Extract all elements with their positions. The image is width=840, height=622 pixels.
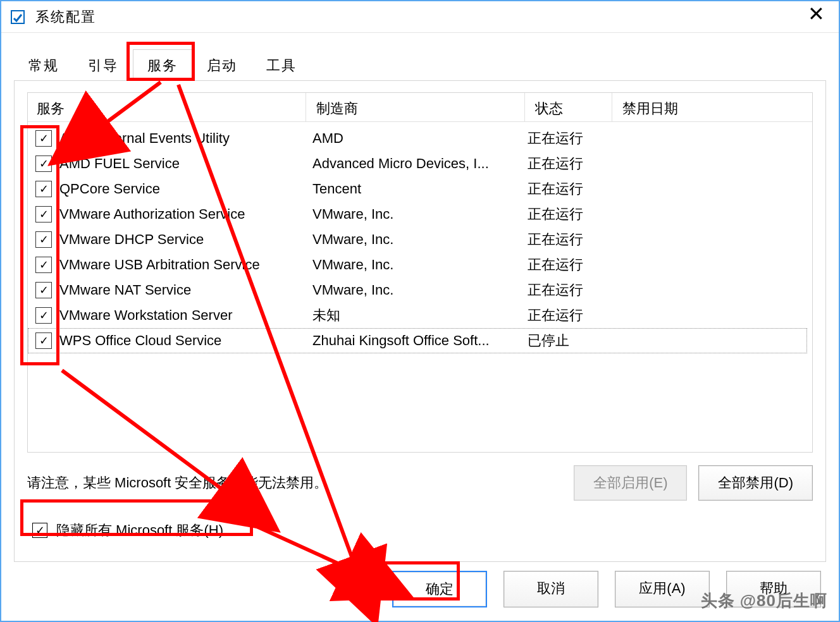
service-name: VMware USB Arbitration Service [59, 257, 312, 273]
col-disabled-date[interactable]: 禁用日期 [612, 93, 812, 122]
svg-rect-0 [11, 11, 24, 23]
tab-1[interactable]: 引导 [73, 49, 133, 80]
hide-microsoft-label: 隐藏所有 Microsoft 服务(H) [56, 521, 223, 540]
note-text: 请注意，某些 Microsoft 安全服务可能无法禁用。 [27, 473, 328, 492]
service-status: 正在运行 [528, 255, 615, 274]
service-checkbox[interactable]: ✓ [35, 282, 52, 298]
service-row[interactable]: ✓VMware DHCP ServiceVMware, Inc.正在运行 [28, 227, 807, 252]
tab-3[interactable]: 启动 [192, 49, 252, 80]
service-checkbox[interactable]: ✓ [35, 206, 52, 223]
service-checkbox[interactable]: ✓ [35, 231, 52, 248]
service-status: 正在运行 [528, 281, 615, 300]
service-checkbox[interactable]: ✓ [35, 257, 52, 273]
service-checkbox[interactable]: ✓ [35, 332, 52, 349]
service-name: VMware Authorization Service [59, 206, 312, 223]
col-status[interactable]: 状态 [525, 93, 612, 122]
service-row[interactable]: ✓AMD FUEL ServiceAdvanced Micro Devices,… [28, 151, 807, 176]
service-row[interactable]: ✓VMware Workstation Server未知正在运行 [28, 303, 807, 328]
service-checkbox[interactable]: ✓ [35, 307, 52, 324]
service-status: 正在运行 [528, 230, 615, 249]
list-body: ✓AMD External Events UtilityAMD正在运行✓AMD … [28, 122, 812, 452]
service-manufacturer: VMware, Inc. [312, 282, 528, 298]
service-manufacturer: AMD [312, 130, 528, 147]
service-name: WPS Office Cloud Service [59, 332, 312, 349]
service-row[interactable]: ✓VMware NAT ServiceVMware, Inc.正在运行 [28, 277, 807, 303]
service-checkbox[interactable]: ✓ [35, 181, 52, 197]
service-status: 正在运行 [528, 306, 615, 325]
service-manufacturer: Zhuhai Kingsoft Office Soft... [312, 332, 528, 349]
col-manufacturer[interactable]: 制造商 [306, 93, 525, 122]
service-status: 正在运行 [528, 154, 615, 173]
service-status: 正在运行 [528, 129, 615, 148]
service-name: VMware Workstation Server [59, 307, 312, 324]
cancel-button[interactable]: 取消 [503, 571, 598, 607]
service-manufacturer: VMware, Inc. [312, 231, 528, 248]
tab-2[interactable]: 服务 [133, 49, 192, 81]
services-listbox[interactable]: 服务 制造商 状态 禁用日期 ✓AMD External Events Util… [27, 92, 813, 453]
tab-panel-services: 服务 制造商 状态 禁用日期 ✓AMD External Events Util… [14, 81, 826, 562]
service-name: QPCore Service [59, 181, 312, 197]
service-row[interactable]: ✓VMware USB Arbitration ServiceVMware, I… [28, 252, 807, 277]
col-service[interactable]: 服务 [28, 93, 306, 122]
hide-microsoft-checkbox[interactable]: ✓ [32, 523, 47, 538]
tabs-area: 常规引导服务启动工具 服务 制造商 状态 禁用日期 ✓AMD External … [14, 49, 826, 562]
msconfig-icon [10, 9, 25, 25]
service-checkbox[interactable]: ✓ [35, 130, 52, 147]
service-name: AMD External Events Utility [59, 130, 312, 147]
hide-microsoft-checkbox-row[interactable]: ✓ 隐藏所有 Microsoft 服务(H) [27, 517, 813, 544]
note-row: 请注意，某些 Microsoft 安全服务可能无法禁用。 全部启用(E) 全部禁… [27, 465, 813, 501]
msconfig-window: 系统配置 ✕ 常规引导服务启动工具 服务 制造商 状态 禁用日期 ✓AMD Ex… [0, 0, 840, 622]
service-name: AMD FUEL Service [59, 156, 312, 172]
enable-all-button: 全部启用(E) [574, 465, 687, 501]
disable-all-button[interactable]: 全部禁用(D) [698, 465, 813, 501]
service-manufacturer: 未知 [312, 306, 528, 325]
service-checkbox[interactable]: ✓ [35, 156, 52, 172]
service-manufacturer: Tencent [312, 181, 528, 197]
service-name: VMware DHCP Service [59, 231, 312, 248]
ok-button[interactable]: 确定 [392, 571, 487, 607]
service-row[interactable]: ✓WPS Office Cloud ServiceZhuhai Kingsoft… [28, 328, 807, 353]
service-manufacturer: VMware, Inc. [312, 206, 528, 223]
service-row[interactable]: ✓QPCore ServiceTencent正在运行 [28, 176, 807, 202]
service-manufacturer: Advanced Micro Devices, I... [312, 156, 528, 172]
close-icon[interactable]: ✕ [798, 1, 834, 33]
tabs-row: 常规引导服务启动工具 [14, 49, 826, 81]
service-manufacturer: VMware, Inc. [312, 257, 528, 273]
service-status: 已停止 [528, 331, 615, 350]
window-title: 系统配置 [35, 8, 96, 27]
list-header: 服务 制造商 状态 禁用日期 [28, 93, 812, 122]
titlebar: 系统配置 ✕ [1, 1, 839, 33]
service-row[interactable]: ✓VMware Authorization ServiceVMware, Inc… [28, 202, 807, 227]
tab-4[interactable]: 工具 [252, 49, 311, 80]
tab-0[interactable]: 常规 [14, 49, 73, 80]
service-status: 正在运行 [528, 180, 615, 198]
service-status: 正在运行 [528, 205, 615, 224]
apply-button[interactable]: 应用(A) [615, 571, 710, 607]
service-row[interactable]: ✓AMD External Events UtilityAMD正在运行 [28, 126, 807, 151]
service-name: VMware NAT Service [59, 282, 312, 298]
watermark: 头条 @80后生啊 [701, 590, 828, 612]
